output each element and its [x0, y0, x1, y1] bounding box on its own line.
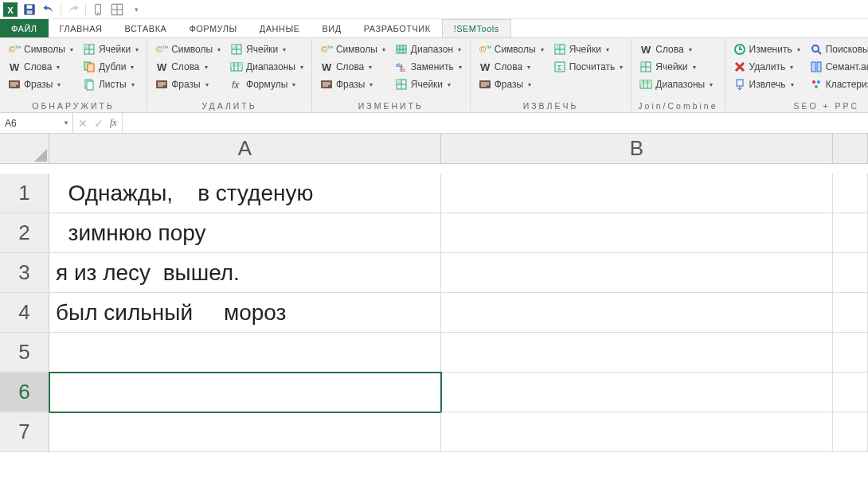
cmd-извлечь[interactable]: Извлечь▾	[732, 76, 802, 92]
borders-icon[interactable]	[110, 2, 124, 17]
svg-rect-24	[87, 81, 93, 90]
cmd-ячейки[interactable]: Ячейки▾	[229, 41, 305, 57]
save-icon[interactable]	[22, 2, 37, 17]
dropdown-caret-icon: ▾	[788, 64, 793, 71]
cell-B3[interactable]	[441, 253, 833, 293]
cmd-изменить[interactable]: Изменить▾	[732, 41, 802, 57]
cmd-диапазон[interactable]: Диапазон▾	[393, 41, 463, 57]
formula-input[interactable]	[123, 113, 868, 133]
touch-mode-icon[interactable]	[91, 2, 105, 17]
cmd-ячейки[interactable]: Ячейки▾	[81, 41, 140, 57]
row-header-5[interactable]: 5	[0, 333, 49, 373]
row-header-6[interactable]: 6	[0, 373, 49, 412]
cell-A1[interactable]: Однажды, в студеную	[49, 174, 441, 213]
cell-extra-4[interactable]	[833, 293, 868, 333]
cmd-слова[interactable]: WСлова▾	[638, 41, 714, 57]
cmd-удалить[interactable]: Удалить▾	[732, 59, 802, 75]
excel-icon[interactable]: X	[3, 2, 18, 17]
row-header-2[interactable]: 2	[0, 213, 49, 253]
phrases-icon	[320, 78, 333, 91]
tab-home[interactable]: ГЛАВНАЯ	[49, 19, 114, 37]
select-all-corner[interactable]	[0, 134, 49, 164]
cell-extra-1[interactable]	[833, 174, 868, 213]
cmd-слова[interactable]: WСлова▾	[477, 59, 545, 75]
qat-separator	[85, 3, 86, 16]
cell-extra-7[interactable]	[833, 412, 868, 452]
column-header-B[interactable]: B	[441, 134, 833, 164]
row-header-1[interactable]: 1	[0, 174, 49, 213]
cmd-label: Изменить	[749, 44, 792, 55]
svg-text:W: W	[157, 61, 167, 73]
cell-extra-3[interactable]	[833, 253, 868, 293]
svg-text:™: ™	[485, 45, 491, 52]
redo-icon[interactable]	[66, 2, 80, 17]
enter-icon[interactable]: ✓	[94, 117, 104, 130]
column-header-A[interactable]: A	[49, 134, 441, 164]
name-box-dropdown-icon[interactable]: ▼	[63, 119, 69, 127]
cmd-листы[interactable]: Листы▾	[81, 76, 140, 92]
cmd-фразы[interactable]: Фразы▾	[6, 76, 75, 92]
tab-insert[interactable]: ВСТАВКА	[114, 19, 178, 37]
row-header-4[interactable]: 4	[0, 293, 49, 333]
cell-B7[interactable]	[441, 412, 833, 452]
cell-A7[interactable]	[49, 412, 441, 452]
cmd-кластеризация[interactable]: Кластеризация▾	[808, 76, 868, 92]
dropdown-caret-icon: ▾	[789, 81, 794, 88]
cmd-фразы[interactable]: Фразы▾	[154, 76, 222, 92]
cmd-дубли[interactable]: Дубли▾	[81, 59, 140, 75]
tab-formulas[interactable]: ФОРМУЛЫ	[178, 19, 248, 37]
cell-B4[interactable]	[441, 293, 833, 333]
tab-semtools[interactable]: !SEMTools	[442, 19, 511, 37]
cell-extra-2[interactable]	[833, 213, 868, 253]
cmd-фразы[interactable]: Фразы▾	[319, 76, 387, 92]
cmd-символы[interactable]: ©™Символы▾	[6, 41, 75, 57]
cmd-символы[interactable]: ©™Символы▾	[477, 41, 545, 57]
cell-A6[interactable]	[49, 373, 441, 412]
cell-B2[interactable]	[441, 213, 833, 253]
cmd-символы[interactable]: ©™Символы▾	[154, 41, 222, 57]
tab-data[interactable]: ДАННЫЕ	[248, 19, 311, 37]
cmd-слова[interactable]: WСлова▾	[319, 59, 387, 75]
cancel-icon[interactable]: ✕	[78, 117, 88, 130]
phrases-icon	[155, 78, 168, 91]
cell-A3[interactable]: я из лесу вышел.	[49, 253, 441, 293]
cmd-label: Семант.анализ	[826, 61, 868, 72]
svg-rect-73	[641, 62, 646, 67]
cell-B6[interactable]	[441, 373, 833, 412]
cmd-формулы[interactable]: fxФормулы▾	[229, 76, 305, 92]
cmd-фразы[interactable]: Фразы▾	[477, 76, 545, 92]
cmd-слова[interactable]: WСлова▾	[6, 59, 75, 75]
cell-B5[interactable]	[441, 333, 833, 373]
cmd-слова[interactable]: WСлова▾	[154, 59, 222, 75]
cmd-ячейки[interactable]: Ячейки▾	[638, 59, 714, 75]
row-header-7[interactable]: 7	[0, 412, 49, 452]
cmd-ячейки[interactable]: Ячейки▾	[393, 76, 463, 92]
fx-icon[interactable]: fx	[110, 117, 117, 129]
svg-rect-18	[84, 45, 89, 49]
cmd-символы[interactable]: ©™Символы▾	[319, 41, 387, 57]
column-header-extra[interactable]	[833, 134, 868, 164]
cell-A5[interactable]	[49, 333, 441, 373]
name-box[interactable]: A6 ▼	[0, 113, 73, 133]
cell-extra-5[interactable]	[833, 333, 868, 373]
cmd-диапазоны[interactable]: Диапазоны▾	[229, 59, 305, 75]
cell-extra-6[interactable]	[833, 373, 868, 412]
row-header-3[interactable]: 3	[0, 253, 49, 293]
svg-rect-55	[397, 80, 401, 84]
cmd-поисковые-подсказ[interactable]: Поисковые подсказ▾	[808, 41, 868, 57]
qat-customize-icon[interactable]: ▾	[129, 2, 143, 17]
cmd-диапазоны[interactable]: Диапазоны▾	[638, 76, 714, 92]
cmd-заменить[interactable]: abacЗаменить▾	[393, 59, 463, 75]
tab-developer[interactable]: РАЗРАБОТЧИК	[353, 19, 442, 37]
tab-file[interactable]: ФАЙЛ	[0, 19, 49, 37]
cmd-ячейки[interactable]: Ячейки▾	[552, 41, 625, 57]
cell-B1[interactable]	[441, 174, 833, 213]
cell-A2[interactable]: зимнюю пору	[49, 213, 441, 253]
cmd-семант.анализ[interactable]: Семант.анализ▾	[808, 59, 868, 75]
cell-A4[interactable]: был сильный мороз	[49, 293, 441, 333]
undo-icon[interactable]	[41, 2, 56, 17]
tab-view[interactable]: ВИД	[311, 19, 353, 37]
cmd-посчитать[interactable]: ΣПосчитать▾	[552, 59, 625, 75]
svg-text:X: X	[7, 5, 14, 14]
ranges-icon	[230, 60, 243, 73]
